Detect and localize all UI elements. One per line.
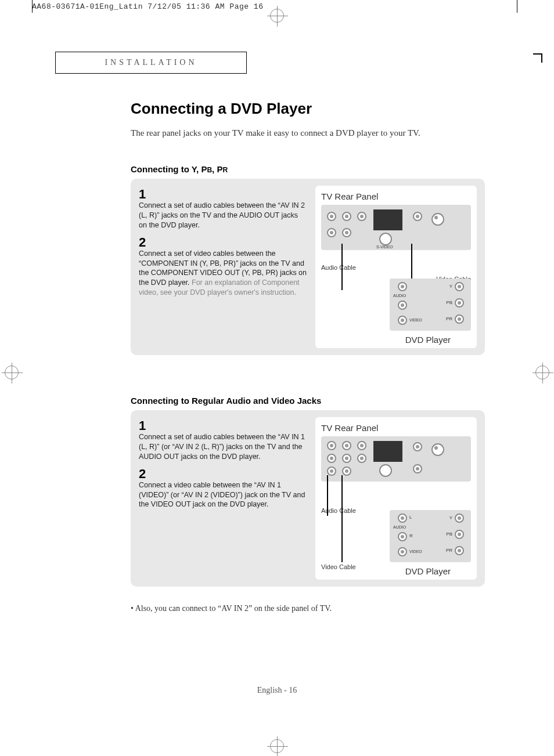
y-label: Y — [449, 515, 452, 520]
cable-icon — [341, 475, 343, 562]
jack-icon — [398, 513, 407, 523]
registration-mark-icon — [5, 366, 19, 379]
tv-panel-label: TV Rear Panel — [321, 191, 471, 201]
jack-icon — [431, 443, 444, 456]
tv-rear-panel-icon: S-VIDEO — [321, 205, 471, 250]
audio-cable-label: Audio Cable — [321, 264, 356, 271]
svideo-label: S-VIDEO — [376, 245, 393, 249]
chapter-label: INSTALLATION — [105, 58, 197, 67]
registration-mark-icon — [270, 9, 284, 23]
svideo-jack-icon — [379, 464, 392, 477]
jack-icon — [398, 301, 407, 310]
jack-icon — [357, 454, 366, 463]
jack-icon — [327, 454, 336, 463]
svideo-jack-icon — [379, 233, 392, 245]
step-text: Connect a video cable between the “AV IN… — [139, 480, 307, 510]
jack-icon — [413, 212, 422, 221]
pb-label: PB — [446, 300, 452, 305]
port-block-icon — [373, 441, 402, 462]
registration-mark-icon — [535, 366, 549, 379]
video-label: VIDEO — [409, 549, 422, 554]
step-number: 1 — [139, 419, 307, 432]
video-label: VIDEO — [409, 318, 422, 322]
section1-heading: Connecting to Y, PB, PR — [131, 164, 485, 174]
registration-mark-icon — [270, 739, 284, 753]
section1-box: 1 Connect a set of audio cables between … — [131, 179, 485, 355]
jack-icon — [357, 212, 366, 221]
jack-icon — [398, 547, 407, 556]
jack-icon — [327, 228, 336, 237]
step-text: Connect a set of video cables between th… — [139, 249, 307, 298]
crop-mark — [32, 0, 33, 13]
step-number: 1 — [139, 188, 307, 201]
jack-icon — [455, 546, 464, 555]
step-text: Connect a set of audio cables between th… — [139, 432, 307, 462]
jack-icon — [455, 513, 464, 523]
jack-icon — [357, 441, 366, 450]
intro-text: The rear panel jacks on your TV make it … — [131, 128, 485, 138]
step-text: Connect a set of audio cables between th… — [139, 201, 307, 230]
jack-icon — [398, 532, 407, 541]
jack-icon — [327, 212, 336, 221]
dvd-player-icon: L AUDIO R VIDEO Y PB PR — [390, 278, 471, 331]
connection-diagram: TV Rear Panel Audio Cable Video Cable — [315, 417, 477, 580]
bullet-note: • Also, you can connect to “AV IN 2” on … — [131, 604, 485, 613]
jack-icon — [431, 213, 444, 226]
audio-r-label: R — [409, 533, 413, 538]
crop-mark — [517, 0, 517, 13]
page-title: Connecting a DVD Player — [131, 100, 485, 118]
dvd-player-icon: L AUDIO R VIDEO Y PB PR — [390, 510, 471, 562]
pb-label: PB — [446, 531, 452, 537]
jack-icon — [342, 228, 351, 237]
section2-heading: Connecting to Regular Audio and Video Ja… — [131, 396, 485, 406]
dvd-player-label: DVD Player — [405, 566, 451, 576]
jack-icon — [342, 441, 351, 450]
pr-label: PR — [446, 548, 452, 553]
port-block-icon — [373, 209, 402, 230]
jack-icon — [327, 441, 336, 450]
corner-crop-icon — [533, 53, 542, 63]
dvd-player-label: DVD Player — [405, 335, 451, 345]
jack-icon — [413, 442, 422, 451]
chapter-label-box: INSTALLATION — [55, 52, 247, 74]
audio-label: AUDIO — [393, 294, 406, 298]
tv-rear-panel-icon — [321, 436, 471, 482]
audio-label: AUDIO — [393, 525, 406, 529]
jack-icon — [455, 314, 464, 324]
step-number: 2 — [139, 468, 307, 480]
pr-label: PR — [446, 316, 452, 321]
jack-icon — [455, 282, 464, 291]
jack-icon — [342, 454, 351, 463]
jack-icon — [455, 530, 464, 539]
page-footer: English - 16 — [0, 686, 554, 695]
tv-panel-label: TV Rear Panel — [321, 423, 471, 433]
jack-icon — [455, 298, 464, 308]
jack-icon — [342, 212, 351, 221]
jack-icon — [398, 316, 407, 325]
step-number: 2 — [139, 236, 307, 249]
audio-cable-label: Audio Cable — [321, 507, 356, 514]
y-label: Y — [449, 284, 452, 289]
video-cable-label: Video Cable — [321, 563, 356, 570]
cable-icon — [341, 244, 343, 290]
jack-icon — [398, 282, 407, 291]
jack-icon — [342, 466, 351, 476]
section2-box: 1 Connect a set of audio cables between … — [131, 410, 485, 587]
audio-l-label: L — [409, 515, 412, 520]
jack-icon — [413, 464, 422, 473]
jack-icon — [327, 466, 336, 476]
connection-diagram: TV Rear Panel S-VIDEO Audio Cable Video … — [315, 186, 477, 348]
cable-icon — [327, 475, 328, 516]
